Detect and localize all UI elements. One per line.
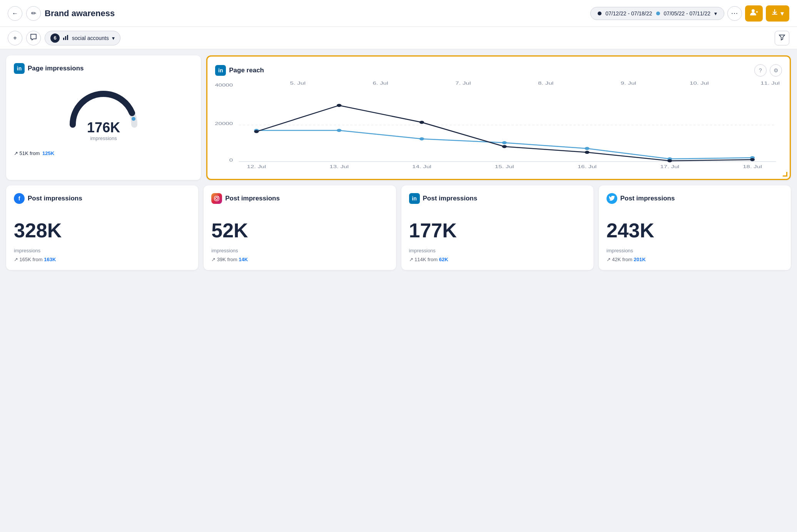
accounts-label: social accounts bbox=[72, 35, 109, 41]
previous-period-dot bbox=[656, 12, 660, 15]
facebook-impressions-change: ↗ 165K from 163K bbox=[14, 257, 56, 262]
comment-icon bbox=[30, 33, 37, 42]
accounts-count-badge: 6 bbox=[50, 33, 60, 43]
impressions-prev-value: 125K bbox=[42, 150, 54, 156]
facebook-icon: f bbox=[14, 193, 25, 204]
settings-button[interactable]: ⚙ bbox=[770, 64, 782, 77]
impressions-value: 176K bbox=[87, 121, 120, 135]
header-left: ← ✏ Brand awareness bbox=[8, 6, 586, 21]
svg-point-28 bbox=[419, 137, 424, 140]
instagram-icon bbox=[211, 193, 222, 204]
svg-text:0: 0 bbox=[229, 158, 233, 162]
filter-icon bbox=[779, 34, 785, 42]
svg-point-29 bbox=[502, 141, 507, 144]
svg-text:11. Jul: 11. Jul bbox=[760, 81, 780, 85]
svg-point-0 bbox=[752, 9, 755, 12]
page-reach-card: in Page reach ? ⚙ 40000 20000 0 bbox=[206, 55, 791, 180]
svg-text:12. Jul: 12. Jul bbox=[247, 164, 266, 169]
svg-point-41 bbox=[216, 197, 218, 200]
instagram-prev-value: 14K bbox=[239, 257, 248, 262]
edit-button[interactable]: ✏ bbox=[26, 6, 41, 21]
page-impressions-title: Page impressions bbox=[28, 65, 84, 72]
chevron-down-icon: ▾ bbox=[714, 10, 717, 17]
comment-button[interactable] bbox=[26, 31, 41, 45]
linkedin-icon: in bbox=[409, 193, 420, 204]
add-user-button[interactable] bbox=[745, 5, 763, 22]
svg-point-38 bbox=[667, 159, 672, 162]
svg-point-42 bbox=[218, 197, 219, 197]
facebook-impressions-unit: impressions bbox=[14, 248, 40, 253]
linkedin-reach-icon: in bbox=[215, 65, 226, 76]
svg-text:18. Jul: 18. Jul bbox=[743, 164, 762, 169]
svg-point-27 bbox=[337, 129, 341, 132]
card-header: in Post impressions bbox=[409, 193, 478, 204]
page-impressions-card: in Page impressions 176K impressions ↗ 5… bbox=[6, 55, 201, 180]
more-options-button[interactable]: ··· bbox=[727, 6, 742, 21]
svg-point-30 bbox=[585, 147, 590, 150]
linkedin-impressions-title: Post impressions bbox=[423, 195, 478, 202]
linkedin-impressions-unit: impressions bbox=[409, 248, 436, 253]
instagram-impressions-title: Post impressions bbox=[225, 195, 280, 202]
social-accounts-selector[interactable]: 6 social accounts ▾ bbox=[45, 31, 120, 45]
impressions-unit: impressions bbox=[90, 135, 117, 141]
current-date-range: 07/12/22 - 07/18/22 bbox=[605, 10, 652, 17]
edit-icon: ✏ bbox=[31, 10, 36, 17]
card-header: Post impressions bbox=[607, 193, 675, 204]
facebook-impressions-value: 328K bbox=[14, 211, 62, 245]
add-user-icon bbox=[750, 8, 758, 18]
svg-rect-3 bbox=[63, 38, 64, 40]
svg-point-35 bbox=[419, 121, 424, 124]
download-button[interactable]: ▾ bbox=[766, 5, 789, 22]
svg-text:17. Jul: 17. Jul bbox=[660, 164, 680, 169]
reach-card-header: in Page reach ? ⚙ bbox=[215, 64, 782, 77]
more-icon: ··· bbox=[731, 9, 738, 17]
twitter-impressions-unit: impressions bbox=[607, 248, 633, 253]
svg-point-33 bbox=[254, 130, 259, 133]
back-button[interactable]: ← bbox=[8, 6, 22, 21]
svg-text:14. Jul: 14. Jul bbox=[412, 164, 431, 169]
linkedin-post-impressions-card: in Post impressions 177K impressions ↗ 1… bbox=[401, 185, 593, 270]
linkedin-impressions-value: 177K bbox=[409, 211, 457, 245]
card-header: in Page impressions bbox=[14, 63, 84, 74]
chart-area: 40000 20000 0 5. Jul 6. Jul 7. Jul 8. Ju… bbox=[215, 79, 782, 171]
current-period-dot bbox=[598, 12, 602, 15]
svg-text:20000: 20000 bbox=[215, 121, 233, 126]
page-title: Brand awareness bbox=[45, 8, 115, 18]
help-button[interactable]: ? bbox=[754, 64, 767, 77]
twitter-post-impressions-card: Post impressions 243K impressions ↗ 42K … bbox=[599, 185, 791, 270]
svg-text:9. Jul: 9. Jul bbox=[621, 81, 636, 85]
linkedin-prev-value: 62K bbox=[439, 257, 448, 262]
svg-text:13. Jul: 13. Jul bbox=[330, 164, 349, 169]
filter-button[interactable] bbox=[775, 31, 789, 45]
instagram-impressions-value: 52K bbox=[211, 211, 248, 245]
svg-text:15. Jul: 15. Jul bbox=[495, 164, 514, 169]
instagram-impressions-unit: impressions bbox=[211, 248, 238, 253]
facebook-post-impressions-card: f Post impressions 328K impressions ↗ 16… bbox=[6, 185, 198, 270]
twitter-impressions-value: 243K bbox=[607, 211, 654, 245]
header-center: 07/12/22 - 07/18/22 07/05/22 - 07/11/22 … bbox=[590, 5, 789, 22]
svg-point-39 bbox=[750, 158, 755, 161]
svg-point-36 bbox=[502, 145, 507, 148]
svg-text:7. Jul: 7. Jul bbox=[455, 81, 471, 85]
svg-point-34 bbox=[337, 104, 341, 107]
page-reach-title: Page reach bbox=[229, 67, 264, 74]
twitter-prev-value: 201K bbox=[634, 257, 646, 262]
card-header: f Post impressions bbox=[14, 193, 82, 204]
bar-chart-icon bbox=[63, 34, 69, 42]
main-content: in Page impressions 176K impressions ↗ 5… bbox=[0, 49, 797, 276]
change-arrow-icon: ↗ 51K from bbox=[14, 150, 40, 156]
svg-text:40000: 40000 bbox=[215, 83, 233, 87]
app-header: ← ✏ Brand awareness 07/12/22 - 07/18/22 … bbox=[0, 0, 797, 27]
gear-icon: ⚙ bbox=[774, 67, 779, 73]
svg-text:5. Jul: 5. Jul bbox=[290, 81, 306, 85]
date-range-selector[interactable]: 07/12/22 - 07/18/22 07/05/22 - 07/11/22 … bbox=[590, 7, 724, 20]
gauge-container: 176K impressions bbox=[14, 82, 193, 141]
chevron-down-icon: ▾ bbox=[780, 9, 784, 18]
toolbar: + 6 social accounts ▾ bbox=[0, 27, 797, 49]
linkedin-impressions-change: ↗ 114K from 62K bbox=[409, 257, 448, 262]
bottom-cards-row: f Post impressions 328K impressions ↗ 16… bbox=[6, 185, 791, 270]
facebook-prev-value: 163K bbox=[44, 257, 56, 262]
reach-card-actions: ? ⚙ bbox=[754, 64, 782, 77]
add-widget-button[interactable]: + bbox=[8, 31, 22, 45]
chevron-down-icon: ▾ bbox=[112, 35, 115, 41]
